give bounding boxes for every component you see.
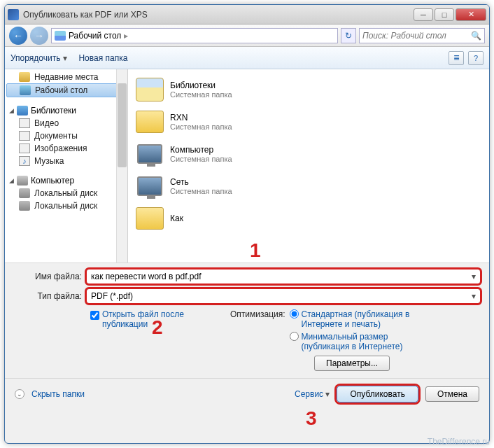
filetype-label: Тип файла:: [13, 291, 86, 301]
minimal-label[interactable]: Минимальный размер (публикация в Интерне…: [302, 332, 421, 351]
annotation-3: 3: [306, 407, 317, 430]
sidebar-item-documents[interactable]: Документы: [5, 130, 127, 142]
minimal-radio[interactable]: [290, 332, 299, 341]
cancel-button[interactable]: Отмена: [425, 386, 479, 402]
sidebar-item-recent[interactable]: Недавние места: [5, 71, 127, 83]
desktop-icon: [55, 31, 66, 41]
file-item-libraries[interactable]: БиблиотекиСистемная папка: [131, 74, 486, 106]
images-icon: [19, 144, 30, 153]
file-item-network[interactable]: СетьСистемная папка: [131, 170, 486, 202]
computer-icon: [137, 144, 162, 164]
search-icon: 🔍: [471, 31, 481, 41]
search-box[interactable]: 🔍: [359, 28, 485, 43]
libraries-folder-icon: [136, 78, 164, 102]
sidebar-item-desktop[interactable]: Рабочий стол: [6, 83, 126, 97]
folder-icon: [136, 111, 164, 133]
collapse-icon[interactable]: ◢: [9, 177, 14, 184]
breadcrumb-sep-icon[interactable]: ▸: [124, 31, 128, 41]
help-button[interactable]: ?: [468, 51, 484, 65]
parameters-button[interactable]: Параметры...: [314, 356, 390, 371]
sidebar-group-computer[interactable]: ◢Компьютер: [5, 174, 127, 187]
sidebar-item-disk1[interactable]: Локальный диск: [5, 187, 127, 200]
organize-button[interactable]: Упорядочить▾: [10, 53, 67, 63]
libraries-icon: [17, 106, 28, 115]
network-icon: [137, 176, 162, 196]
titlebar: Опубликовать как PDF или XPS ─ □ ✕: [5, 5, 489, 24]
video-icon: [19, 118, 30, 128]
sidebar-group-libraries[interactable]: ◢Библиотеки: [5, 104, 127, 117]
dialog-window: Опубликовать как PDF или XPS ─ □ ✕ ← → Р…: [4, 4, 490, 444]
sidebar-item-images[interactable]: Изображения: [5, 142, 127, 155]
footer: ⌄ Скрыть папки Сервис ▾ Опубликовать Отм…: [5, 378, 489, 410]
watermark: TheDifference.ru: [428, 437, 490, 447]
hide-folders-link[interactable]: Скрыть папки: [31, 389, 85, 399]
maximize-button[interactable]: □: [435, 8, 454, 21]
file-item-kak[interactable]: Как: [131, 202, 486, 234]
navigation-bar: ← → Рабочий стол ▸ ↻ 🔍: [5, 24, 489, 47]
filename-label: Имя файла:: [13, 272, 86, 281]
chevron-down-icon[interactable]: ⌄: [15, 389, 24, 399]
publish-button[interactable]: Опубликовать: [337, 386, 418, 402]
disk-icon: [19, 201, 30, 211]
app-icon: [8, 9, 19, 20]
search-input[interactable]: [362, 31, 471, 41]
filename-input[interactable]: как перевести word в pdf.pdf: [86, 269, 481, 284]
file-item-rxn[interactable]: RXNСистемная папка: [131, 106, 486, 138]
open-after-label[interactable]: Открыть файл после публикации: [102, 309, 202, 329]
optimization-label: Оптимизация:: [230, 309, 285, 319]
music-icon: ♪: [19, 156, 30, 166]
computer-icon: [17, 176, 28, 186]
new-folder-button[interactable]: Новая папка: [78, 53, 127, 63]
address-location: Рабочий стол: [69, 31, 121, 41]
standard-radio[interactable]: [290, 309, 299, 318]
sidebar-item-disk2[interactable]: Локальный диск: [5, 200, 127, 212]
filetype-select[interactable]: PDF (*.pdf): [86, 288, 481, 304]
sidebar: Недавние места Рабочий стол ◢Библиотеки …: [5, 69, 128, 262]
fields-panel: Имя файла: как перевести word в pdf.pdf …: [5, 262, 489, 378]
recent-icon: [19, 72, 30, 82]
documents-icon: [19, 131, 30, 141]
disk-icon: [19, 188, 30, 198]
forward-button[interactable]: →: [30, 27, 48, 45]
view-button[interactable]: ≣: [449, 51, 464, 65]
open-after-checkbox[interactable]: [90, 311, 99, 320]
sidebar-item-video[interactable]: Видео: [5, 117, 127, 130]
tools-menu[interactable]: Сервис ▾: [295, 389, 330, 399]
standard-label[interactable]: Стандартная (публикация в Интернете и пе…: [302, 309, 421, 329]
desktop-icon: [20, 85, 31, 95]
window-title: Опубликовать как PDF или XPS: [23, 10, 414, 20]
close-button[interactable]: ✕: [456, 8, 486, 21]
sidebar-scrollbar[interactable]: [116, 69, 127, 262]
back-button[interactable]: ←: [9, 27, 27, 45]
file-item-computer[interactable]: КомпьютерСистемная папка: [131, 138, 486, 170]
minimize-button[interactable]: ─: [414, 8, 433, 21]
address-bar[interactable]: Рабочий стол ▸: [51, 28, 338, 43]
refresh-button[interactable]: ↻: [341, 28, 356, 43]
toolbar: Упорядочить▾ Новая папка ≣ ?: [5, 47, 489, 69]
collapse-icon[interactable]: ◢: [9, 107, 14, 114]
folder-icon: [136, 207, 164, 230]
file-list[interactable]: БиблиотекиСистемная папка RXNСистемная п…: [128, 69, 489, 262]
sidebar-item-music[interactable]: ♪Музыка: [5, 155, 127, 167]
scrollbar-thumb[interactable]: [118, 83, 127, 167]
